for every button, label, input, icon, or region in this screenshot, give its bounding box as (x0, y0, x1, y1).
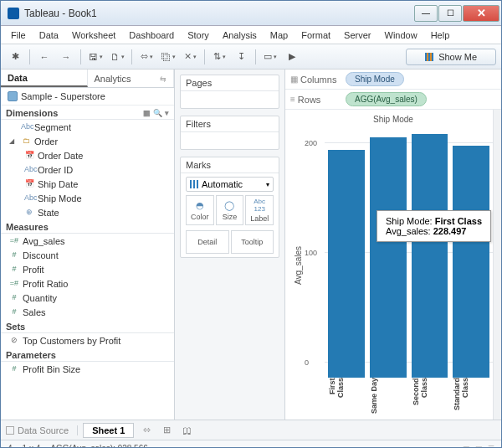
tab-data[interactable]: Data (1, 70, 88, 87)
nav-next[interactable]: ▸ (441, 445, 445, 449)
dim-order-folder[interactable]: ◢🗀Order (1, 134, 174, 148)
menu-story[interactable]: Story (182, 28, 214, 42)
shelves-pane: Pages Filters Marks Automatic ▾ ◓Color ◯… (175, 70, 285, 420)
view-film-icon[interactable]: ☰ (488, 445, 494, 449)
datasource-tab[interactable]: Data Source (6, 425, 78, 435)
nav-last[interactable]: ⏭ (450, 445, 458, 449)
new-worksheet-button[interactable]: ⬄ (137, 48, 156, 66)
filters-shelf[interactable]: Filters (180, 116, 279, 150)
app-icon (8, 8, 19, 19)
status-marks: 4 (8, 444, 13, 448)
meas-avg-sales[interactable]: =#Avg_sales (1, 234, 174, 248)
new-datasource-button[interactable]: 🗋 (108, 48, 126, 66)
tab-analytics[interactable]: Analytics⇆ (88, 70, 175, 87)
dim-state[interactable]: ⊕State (1, 205, 174, 219)
view-cards-icon[interactable]: ▦ (463, 445, 470, 449)
menu-data[interactable]: Data (34, 28, 64, 42)
marks-detail[interactable]: Detail (186, 230, 229, 254)
datasource-icon (8, 91, 18, 101)
menu-map[interactable]: Map (265, 28, 293, 42)
bar-standard-class[interactable] (453, 146, 489, 378)
menu-icon[interactable]: ▾ (165, 109, 169, 117)
set-top-customers[interactable]: ⊘Top Customers by Profit (1, 333, 174, 348)
new-dashboard-tab[interactable]: ⊞ (159, 425, 174, 435)
ytick-200: 200 (305, 139, 317, 147)
xlabel-standard-class: Standard Class (453, 378, 489, 416)
pages-shelf[interactable]: Pages (180, 75, 279, 109)
size-icon: ◯ (224, 200, 234, 211)
marks-label[interactable]: Abc123Label (245, 195, 274, 225)
window-title: Tableau - Book1 (24, 8, 414, 19)
scrollbar[interactable] (493, 110, 501, 420)
sort-asc-button[interactable]: ↧ (232, 48, 250, 66)
maximize-button[interactable]: ☐ (438, 5, 462, 22)
menu-file[interactable]: File (6, 28, 31, 42)
view-icon[interactable]: ▦ (143, 109, 151, 117)
meas-quantity[interactable]: #Quantity (1, 291, 174, 305)
meas-profit-ratio[interactable]: =#Profit Ratio (1, 276, 174, 291)
color-icon: ◓ (196, 200, 204, 211)
columns-icon: ▦ (290, 75, 298, 84)
new-worksheet-tab[interactable]: ⬄ (139, 425, 154, 435)
marks-label: Marks (181, 157, 279, 173)
search-icon[interactable]: 🔍 (153, 109, 162, 117)
menu-window[interactable]: Window (380, 28, 423, 42)
save-button[interactable]: 🖫 (86, 48, 105, 66)
ytick-0: 0 (305, 358, 309, 367)
columns-shelf[interactable]: ▦Columns Ship Mode (285, 70, 501, 90)
xlabel-same-day: Same Day (370, 378, 407, 416)
view-grid-icon[interactable]: ▤ (475, 445, 483, 449)
tableau-logo-icon[interactable]: ✱ (6, 48, 24, 66)
marks-color[interactable]: ◓Color (186, 195, 214, 225)
duplicate-button[interactable]: ⿻ (159, 48, 177, 66)
marks-size[interactable]: ◯Size (216, 195, 244, 225)
sheet-1-tab[interactable]: Sheet 1 (83, 423, 134, 438)
nav-prev[interactable]: ◂ (432, 445, 436, 449)
dim-segment[interactable]: AbcSegment (1, 120, 174, 134)
meas-profit[interactable]: #Profit (1, 262, 174, 276)
presentation-button[interactable]: ▶ (283, 48, 301, 66)
menu-dashboard[interactable]: Dashboard (124, 28, 179, 42)
meas-sales[interactable]: #Sales (1, 305, 174, 319)
xlabel-second-class: Second Class (412, 378, 448, 416)
new-story-tab[interactable]: 🕮 (179, 425, 194, 435)
xlabel-first-class: First Class (328, 378, 365, 416)
status-agg: AGG(Avg_sales): 928.566 (50, 444, 148, 448)
menu-server[interactable]: Server (339, 28, 376, 42)
nav-first[interactable]: ⏮ (419, 445, 427, 449)
chart-area[interactable]: Ship Mode Avg_sales 200 100 0 First Clas… (285, 110, 501, 420)
marks-tooltip[interactable]: Tooltip (231, 230, 274, 254)
clear-button[interactable]: ⨯ (181, 48, 199, 66)
rows-label: Rows (298, 95, 321, 105)
close-button[interactable]: ✕ (463, 5, 499, 22)
menu-analysis[interactable]: Analysis (218, 28, 262, 42)
show-me-button[interactable]: Show Me (406, 49, 496, 65)
meas-discount[interactable]: #Discount (1, 248, 174, 262)
menu-help[interactable]: Help (426, 28, 455, 42)
back-button[interactable]: ← (35, 48, 54, 66)
menu-format[interactable]: Format (296, 28, 336, 42)
marks-type-select[interactable]: Automatic ▾ (186, 177, 274, 192)
fit-button[interactable]: ▭ (261, 48, 279, 66)
swap-button[interactable]: ⇅ (210, 48, 228, 66)
menu-worksheet[interactable]: Worksheet (67, 28, 120, 42)
bar-second-class[interactable] (412, 134, 448, 378)
show-me-label: Show Me (438, 52, 477, 62)
viz-pane: ▦Columns Ship Mode ≡Rows AGG(Avg_sales) … (285, 70, 501, 420)
rows-shelf[interactable]: ≡Rows AGG(Avg_sales) (285, 90, 501, 110)
columns-label: Columns (300, 75, 336, 85)
forward-button[interactable]: → (57, 48, 75, 66)
dim-order-id[interactable]: AbcOrder ID (1, 162, 174, 177)
pages-label: Pages (181, 75, 279, 91)
sets-tree: ⊘Top Customers by Profit (1, 333, 174, 348)
rows-pill-avgsales[interactable]: AGG(Avg_sales) (346, 92, 427, 106)
minimize-button[interactable]: — (414, 5, 438, 22)
bar-same-day[interactable] (370, 137, 407, 378)
bar-first-class[interactable] (328, 150, 365, 378)
param-profit-bin[interactable]: #Profit Bin Size (1, 362, 174, 376)
columns-pill-shipmode[interactable]: Ship Mode (346, 72, 404, 86)
dim-ship-date[interactable]: 📅Ship Date (1, 177, 174, 191)
dim-order-date[interactable]: 📅Order Date (1, 148, 174, 162)
dim-ship-mode[interactable]: AbcShip Mode (1, 191, 174, 205)
datasource-row[interactable]: Sample - Superstore (1, 88, 174, 106)
